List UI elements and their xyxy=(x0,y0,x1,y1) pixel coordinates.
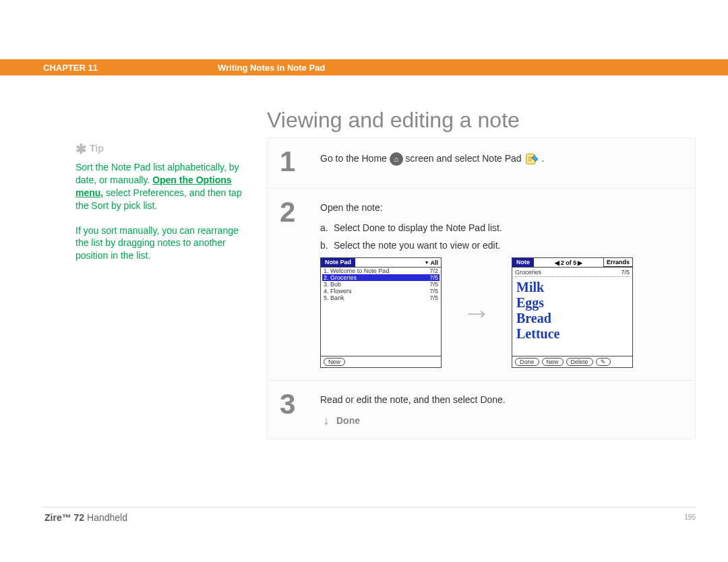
note-subject-row: Groceries 7/5 xyxy=(515,269,630,277)
palm-filter[interactable]: ▼ All xyxy=(422,258,441,267)
note-line: Lettuce xyxy=(516,326,628,342)
step3-text: Read or edit the note, and then select D… xyxy=(320,394,683,405)
step2-a: a.Select Done to display the Note Pad li… xyxy=(320,222,683,233)
down-arrow-icon: ↓ xyxy=(320,414,332,427)
step2-b: b.Select the note you want to view or ed… xyxy=(320,240,683,251)
done-label: Done xyxy=(336,415,360,426)
step-2-content: Open the note: a.Select Done to display … xyxy=(320,198,683,368)
list-item[interactable]: 3. Bob7/5 xyxy=(322,281,439,288)
notepad-app-icon xyxy=(524,152,539,166)
chapter-bar: CHAPTER 11 Writing Notes in Note Pad xyxy=(0,59,728,75)
tip-block: ✱Tip Sort the Note Pad list alphabetical… xyxy=(75,140,244,262)
done-button[interactable]: Done xyxy=(515,358,539,366)
palm-titlebar: Note Pad ▼ All xyxy=(321,258,441,268)
product-name-bold: Zire™ 72 xyxy=(44,512,84,523)
palm-category[interactable]: Errands xyxy=(603,258,632,267)
note-counter: ◀ 2 of 5 ▶ xyxy=(552,258,586,267)
page-number: 195 xyxy=(684,513,696,521)
page-title: Viewing and editing a note xyxy=(267,108,520,133)
palm-app-title: Note Pad xyxy=(321,258,355,267)
new-button[interactable]: New xyxy=(542,358,564,366)
step-number: 3 xyxy=(280,390,320,427)
handwritten-content: Milk Eggs Bread Lettuce xyxy=(515,277,630,344)
tip-label: Tip xyxy=(90,143,104,154)
list-item-selected[interactable]: 2. Groceries7/5 xyxy=(322,274,439,281)
step-2: 2 Open the note: a.Select Done to displa… xyxy=(268,189,695,381)
step-1: 1 Go to the Home ⌂ screen and select Not… xyxy=(268,138,695,189)
palm-bottombar: New xyxy=(321,356,441,367)
palm-note-screen: Note ◀ 2 of 5 ▶ Errands Groceries 7/5 Mi… xyxy=(512,257,633,368)
list-item[interactable]: 4. Flowers7/5 xyxy=(322,288,439,294)
screenshots-row: Note Pad ▼ All 1. Welcome to Note Pad7/2… xyxy=(320,257,683,368)
list-item[interactable]: 1. Welcome to Note Pad7/2 xyxy=(322,268,439,274)
note-subject: Groceries xyxy=(515,269,541,276)
delete-button[interactable]: Delete xyxy=(566,358,593,366)
palm-list-screen: Note Pad ▼ All 1. Welcome to Note Pad7/2… xyxy=(320,257,442,368)
note-line: Eggs xyxy=(516,295,628,311)
section-title: Writing Notes in Note Pad xyxy=(218,63,325,73)
list-item[interactable]: 5. Bank7/5 xyxy=(322,294,439,301)
palm-bottombar: Done New Delete ✎ xyxy=(512,356,632,367)
step-3-content: Read or edit the note, and then select D… xyxy=(320,390,683,427)
steps-box: 1 Go to the Home ⌂ screen and select Not… xyxy=(267,137,696,439)
step-1-content: Go to the Home ⌂ screen and select Note … xyxy=(320,148,683,176)
done-indicator: ↓ Done xyxy=(320,414,683,427)
chapter-label: CHAPTER 11 xyxy=(43,63,98,73)
step2-sublist: a.Select Done to display the Note Pad li… xyxy=(320,222,683,251)
step-3: 3 Read or edit the note, and then select… xyxy=(268,381,695,439)
new-button[interactable]: New xyxy=(324,358,345,366)
palm-list: 1. Welcome to Note Pad7/2 2. Groceries7/… xyxy=(321,268,441,356)
step-number: 2 xyxy=(280,198,320,368)
home-icon: ⌂ xyxy=(390,152,403,166)
step-number: 1 xyxy=(280,148,320,176)
step1-text-mid: screen and select Note Pad xyxy=(406,153,524,164)
step2-lead: Open the note: xyxy=(320,202,683,213)
tip-paragraph-1: Sort the Note Pad list alphabetically, b… xyxy=(75,161,244,212)
tip-header: ✱Tip xyxy=(75,140,244,158)
tip-paragraph-2: If you sort manually, you can rearrange … xyxy=(75,224,244,263)
note-date: 7/5 xyxy=(621,269,630,276)
note-line: Bread xyxy=(516,311,628,326)
note-body: Groceries 7/5 Milk Eggs Bread Lettuce xyxy=(512,268,632,356)
step1-text-post: . xyxy=(541,153,544,164)
note-line: Milk xyxy=(516,280,628,295)
palm-app-title: Note xyxy=(512,258,534,267)
product-name-rest: Handheld xyxy=(84,512,127,523)
footer-rule xyxy=(42,507,696,507)
pen-icon[interactable]: ✎ xyxy=(596,358,611,366)
footer-product: Zire™ 72 Handheld xyxy=(44,512,127,523)
arrow-right-icon: → xyxy=(462,296,491,330)
asterisk-icon: ✱ xyxy=(75,142,87,156)
palm-titlebar: Note ◀ 2 of 5 ▶ Errands xyxy=(512,258,632,268)
step1-text-pre: Go to the Home xyxy=(320,153,390,164)
